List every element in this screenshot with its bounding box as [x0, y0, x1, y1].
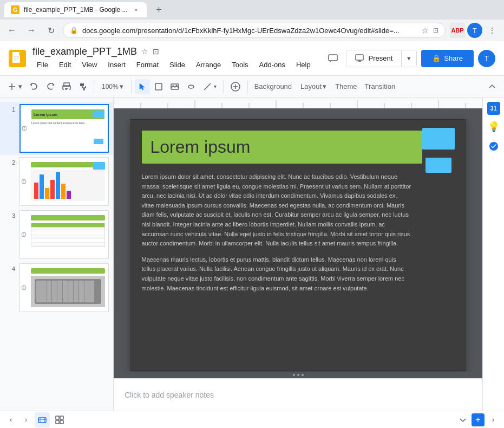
zoom-button[interactable]: 100% ▾: [97, 79, 128, 94]
prev-slide-button[interactable]: ‹: [4, 413, 17, 426]
menu-format[interactable]: Format: [132, 59, 163, 71]
thumb-1-blue-box2: [94, 139, 103, 144]
browser-titlebar: G file_example_PPT_1MB - Google ... × +: [0, 0, 504, 20]
main-toolbar: ▾: [0, 76, 504, 98]
image-tool-button[interactable]: [167, 79, 182, 94]
app-title-row: file_example_PPT_1MB ☆ ⊡: [32, 46, 318, 57]
theme-button[interactable]: Theme: [332, 79, 360, 94]
menu-help[interactable]: Help: [292, 59, 315, 71]
blue-decoration-2: [426, 158, 451, 173]
slides-panel: 1 Lorem ipsum L: [0, 98, 114, 411]
thumb-4-header: [31, 268, 105, 274]
slide-item-4[interactable]: 4: [0, 261, 113, 314]
browser-actions: ABP T ⋮: [450, 23, 500, 38]
menu-slide[interactable]: Slide: [165, 59, 189, 71]
document-title[interactable]: file_example_PPT_1MB: [32, 46, 137, 57]
svg-point-33: [22, 286, 26, 290]
shape-tool-button[interactable]: [184, 79, 199, 94]
layout-button[interactable]: Layout ▾: [296, 79, 331, 94]
expand-notes-button[interactable]: [456, 413, 469, 426]
drive-icon[interactable]: ⊡: [153, 47, 159, 56]
undo-button[interactable]: [27, 79, 42, 94]
close-tab-button[interactable]: ×: [132, 5, 140, 14]
new-tab-button[interactable]: +: [151, 2, 166, 17]
add-element-button[interactable]: [227, 79, 244, 94]
slide-content: Lorem ipsum Lorem ipsum dolor sit amet, …: [131, 120, 466, 371]
svg-rect-52: [38, 418, 46, 423]
slide-item-3[interactable]: 3: [0, 208, 113, 261]
refresh-button[interactable]: ↻: [43, 23, 58, 38]
chart-bar-6: [61, 184, 66, 199]
collapse-right-button[interactable]: ›: [487, 413, 500, 426]
speaker-notes[interactable]: Click to add speaker notes: [114, 378, 482, 411]
bookmark-icon[interactable]: ⊡: [433, 27, 438, 34]
star-icon[interactable]: ☆: [422, 26, 429, 35]
redo-button[interactable]: [43, 79, 58, 94]
slide-number-3: 3: [4, 210, 15, 219]
present-dropdown-button[interactable]: ▾: [402, 50, 417, 67]
canvas-main[interactable]: Lorem ipsum Lorem ipsum dolor sit amet, …: [114, 108, 482, 372]
slide-number-1: 1: [4, 104, 15, 113]
star-icon[interactable]: ☆: [141, 47, 148, 56]
line-tool-button[interactable]: ▾: [200, 79, 220, 94]
zoom-dropdown-icon: ▾: [120, 82, 123, 90]
menu-edit[interactable]: Edit: [55, 59, 75, 71]
forward-button[interactable]: →: [24, 23, 39, 38]
browser-avatar[interactable]: T: [467, 23, 482, 38]
canvas-area: Lorem ipsum Lorem ipsum dolor sit amet, …: [114, 98, 482, 411]
slide-item-2[interactable]: 2: [0, 155, 113, 208]
back-button[interactable]: ←: [4, 23, 19, 38]
svg-point-24: [22, 126, 27, 131]
format-paint-button[interactable]: [75, 79, 90, 94]
add-slide-button[interactable]: +: [472, 413, 485, 426]
chart-bar-5: [56, 172, 60, 199]
svg-point-34: [23, 287, 24, 288]
tasks-icon[interactable]: [486, 139, 501, 154]
menu-view[interactable]: View: [77, 59, 101, 71]
select-tool-button[interactable]: [135, 79, 150, 94]
app-logo[interactable]: [9, 50, 26, 67]
notes-dots: [293, 374, 304, 376]
add-button[interactable]: ▾: [4, 79, 25, 94]
table-row-4: [31, 239, 104, 243]
print-button[interactable]: [59, 79, 74, 94]
lock-icon: 🔒: [70, 27, 78, 34]
background-button[interactable]: Background: [251, 79, 295, 94]
transition-button[interactable]: Transition: [362, 79, 399, 94]
grid-view-button[interactable]: [52, 412, 67, 427]
lightbulb-icon[interactable]: 💡: [486, 119, 501, 134]
filmstrip-view-button[interactable]: [35, 412, 50, 427]
menu-addons[interactable]: Add-ons: [255, 59, 290, 71]
collapse-toolbar-button[interactable]: [485, 79, 500, 94]
menu-insert[interactable]: Insert: [103, 59, 130, 71]
calendar-icon[interactable]: 31: [487, 102, 500, 115]
slides-app: file_example_PPT_1MB ☆ ⊡ File Edit View …: [0, 41, 504, 428]
comment-button[interactable]: [324, 50, 342, 67]
present-button[interactable]: Present: [346, 50, 402, 67]
next-slide-button[interactable]: ›: [19, 413, 32, 426]
slide-4-icons: [21, 285, 27, 290]
dot-2: [297, 374, 299, 376]
slide-heading-bar: Lorem ipsum: [142, 131, 422, 164]
share-button[interactable]: 🔒 Share: [421, 50, 474, 67]
slide-number-4: 4: [4, 263, 15, 272]
slide-canvas[interactable]: Lorem ipsum Lorem ipsum dolor sit amet, …: [130, 119, 466, 371]
slide-paragraph-1: Lorem ipsum dolor sit amet, consectetur …: [142, 172, 411, 249]
svg-rect-2: [19, 52, 22, 55]
adblock-icon[interactable]: ABP: [450, 23, 465, 38]
notes-collapse-bar[interactable]: [114, 372, 482, 378]
slide-item-1[interactable]: 1 Lorem ipsum L: [0, 102, 113, 155]
present-button-group: Present ▾: [346, 50, 417, 67]
menu-tools[interactable]: Tools: [227, 59, 252, 71]
menu-file[interactable]: File: [32, 59, 53, 71]
address-bar[interactable]: 🔒 docs.google.com/presentation/d/1cFbxKk…: [63, 23, 446, 38]
more-menu-icon[interactable]: ⋮: [485, 23, 500, 38]
menu-arrange[interactable]: Arrange: [192, 59, 225, 71]
text-tool-button[interactable]: [151, 79, 166, 94]
toolbar-separator-1: [94, 80, 94, 93]
tab-title: file_example_PPT_1MB - Google ...: [24, 6, 127, 14]
slide-text-area: Lorem ipsum dolor sit amet, consectetur …: [142, 172, 455, 360]
browser-tab[interactable]: G file_example_PPT_1MB - Google ... ×: [4, 2, 147, 17]
slide-3-icons: [21, 232, 27, 237]
user-avatar[interactable]: T: [478, 50, 495, 67]
